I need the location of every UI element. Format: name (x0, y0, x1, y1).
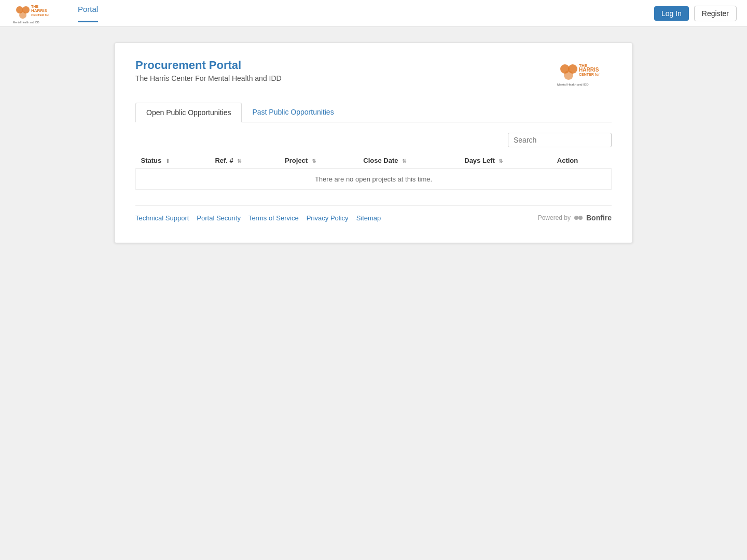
svg-text:Mental Health and IDD: Mental Health and IDD (557, 83, 589, 86)
col-days-left[interactable]: Days Left ⇅ (459, 152, 552, 169)
powered-by: Powered by Bonfire (538, 214, 612, 222)
portal-subtitle: The Harris Center For Mental Health and … (135, 74, 282, 82)
sort-icon-ref: ⇅ (237, 158, 241, 164)
harris-logo-small: THE HARRIS CENTER for Mental Health and … (10, 1, 62, 26)
col-project[interactable]: Project ⇅ (280, 152, 358, 169)
table-empty-row: There are no open projects at this time. (136, 169, 612, 190)
sort-icon-status: ⬆ (165, 158, 170, 164)
top-navigation: THE HARRIS CENTER for Mental Health and … (0, 0, 747, 27)
svg-text:HARRIS: HARRIS (31, 8, 47, 13)
svg-text:Mental Health and IDD: Mental Health and IDD (13, 21, 39, 24)
col-status[interactable]: Status ⬆ (136, 152, 210, 169)
empty-message: There are no open projects at this time. (136, 169, 612, 190)
sort-icon-project: ⇅ (312, 158, 316, 164)
table-body: There are no open projects at this time. (136, 169, 612, 190)
col-ref[interactable]: Ref. # ⇅ (210, 152, 280, 169)
svg-point-14 (574, 216, 578, 220)
harris-logo-large: THE HARRIS CENTER for Mental Health and … (555, 59, 612, 90)
svg-point-2 (19, 11, 26, 19)
portal-header: Procurement Portal The Harris Center For… (135, 59, 612, 90)
tabs-container: Open Public Opportunities Past Public Op… (135, 103, 612, 122)
powered-by-label: Powered by (538, 214, 571, 221)
footer-link-sitemap[interactable]: Sitemap (356, 214, 381, 222)
footer-link-terms[interactable]: Terms of Service (248, 214, 299, 222)
footer-link-tech-support[interactable]: Technical Support (135, 214, 189, 222)
bonfire-brand: Bonfire (586, 214, 612, 222)
portal-title-area: Procurement Portal The Harris Center For… (135, 59, 282, 82)
register-button[interactable]: Register (694, 6, 737, 21)
portal-title: Procurement Portal (135, 59, 282, 72)
tab-past-opportunities[interactable]: Past Public Opportunities (242, 103, 344, 122)
svg-text:THE: THE (31, 5, 38, 8)
svg-point-9 (564, 71, 573, 80)
portal-logo-area: THE HARRIS CENTER for Mental Health and … (555, 59, 612, 90)
nav-left: THE HARRIS CENTER for Mental Health and … (10, 1, 98, 26)
nav-right: Log In Register (654, 6, 737, 21)
table-header: Status ⬆ Ref. # ⇅ Project ⇅ Close Date ⇅… (136, 152, 612, 169)
svg-point-15 (578, 216, 583, 220)
opportunities-table: Status ⬆ Ref. # ⇅ Project ⇅ Close Date ⇅… (135, 152, 612, 190)
portal-footer: Technical Support Portal Security Terms … (135, 205, 612, 222)
sort-icon-days-left: ⇅ (499, 158, 503, 164)
search-input[interactable] (508, 133, 612, 147)
portal-nav-link[interactable]: Portal (78, 5, 98, 22)
svg-text:CENTER for: CENTER for (31, 13, 49, 17)
bonfire-icon (573, 214, 584, 222)
col-close-date[interactable]: Close Date ⇅ (358, 152, 459, 169)
login-button[interactable]: Log In (654, 6, 689, 21)
tab-open-opportunities[interactable]: Open Public Opportunities (135, 103, 242, 122)
search-row (135, 133, 612, 147)
sort-icon-close-date: ⇅ (402, 158, 406, 164)
logo-area: THE HARRIS CENTER for Mental Health and … (10, 1, 62, 26)
footer-links: Technical Support Portal Security Terms … (135, 214, 381, 222)
footer-link-portal-security[interactable]: Portal Security (197, 214, 241, 222)
col-action: Action (552, 152, 612, 169)
footer-link-privacy[interactable]: Privacy Policy (307, 214, 349, 222)
main-content: Procurement Portal The Harris Center For… (114, 43, 633, 243)
svg-text:CENTER for: CENTER for (579, 73, 600, 76)
svg-text:HARRIS: HARRIS (579, 67, 599, 73)
